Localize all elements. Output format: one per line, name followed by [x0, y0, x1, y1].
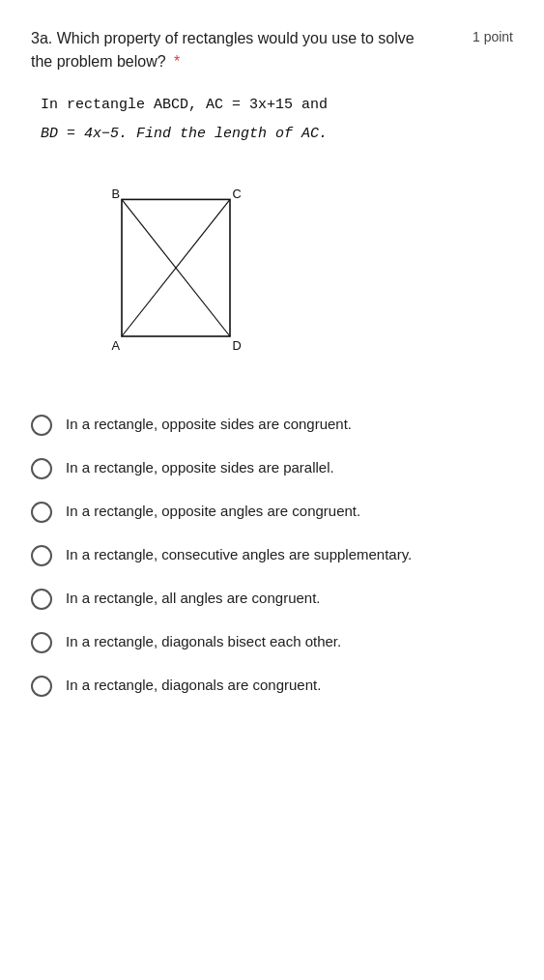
option-text: In a rectangle, opposite sides are congr…: [66, 414, 352, 436]
option-text: In a rectangle, consecutive angles are s…: [66, 544, 412, 566]
required-asterisk: *: [174, 53, 180, 70]
option-text: In a rectangle, diagonals are congruent.: [66, 675, 321, 697]
question-body: Which property of rectangles would you u…: [31, 30, 415, 70]
radio-button[interactable]: [31, 502, 52, 523]
problem-block: In rectangle ABCD, AC = 3x+15 and BD = 4…: [41, 91, 513, 149]
question-card: 3a. Which property of rectangles would y…: [0, 0, 544, 980]
option-item[interactable]: In a rectangle, consecutive angles are s…: [31, 544, 513, 566]
option-text: In a rectangle, opposite sides are paral…: [66, 457, 334, 479]
question-header: 3a. Which property of rectangles would y…: [31, 27, 513, 73]
radio-button[interactable]: [31, 632, 52, 653]
rectangle-diagram: B C A D: [79, 159, 272, 390]
options-list: In a rectangle, opposite sides are congr…: [31, 414, 513, 697]
radio-button[interactable]: [31, 415, 52, 436]
vertex-c-label: C: [232, 187, 241, 201]
option-item[interactable]: In a rectangle, all angles are congruent…: [31, 588, 513, 610]
problem-line2: BD = 4x−5. Find the length of AC.: [41, 120, 513, 149]
radio-button[interactable]: [31, 589, 52, 610]
problem-line1: In rectangle ABCD, AC = 3x+15 and: [41, 91, 513, 120]
vertex-d-label: D: [232, 338, 241, 353]
points-label: 1 point: [472, 29, 513, 44]
option-item[interactable]: In a rectangle, diagonals bisect each ot…: [31, 631, 513, 653]
radio-button[interactable]: [31, 545, 52, 566]
option-item[interactable]: In a rectangle, opposite angles are cong…: [31, 501, 513, 523]
problem-line1-text: In rectangle ABCD, AC = 3x+15 and: [41, 97, 328, 113]
option-item[interactable]: In a rectangle, opposite sides are paral…: [31, 457, 513, 479]
option-item[interactable]: In a rectangle, diagonals are congruent.: [31, 675, 513, 697]
question-text: 3a. Which property of rectangles would y…: [31, 27, 417, 73]
radio-button[interactable]: [31, 676, 52, 697]
option-text: In a rectangle, opposite angles are cong…: [66, 501, 360, 523]
problem-line2-text: BD = 4x−5. Find the length of AC.: [41, 126, 328, 142]
vertex-b-label: B: [112, 187, 121, 201]
option-text: In a rectangle, diagonals bisect each ot…: [66, 631, 341, 653]
option-text: In a rectangle, all angles are congruent…: [66, 588, 321, 610]
radio-button[interactable]: [31, 458, 52, 479]
diagram-container: B C A D: [79, 159, 513, 390]
option-item[interactable]: In a rectangle, opposite sides are congr…: [31, 414, 513, 436]
vertex-a-label: A: [112, 338, 121, 353]
question-number: 3a.: [31, 30, 52, 46]
